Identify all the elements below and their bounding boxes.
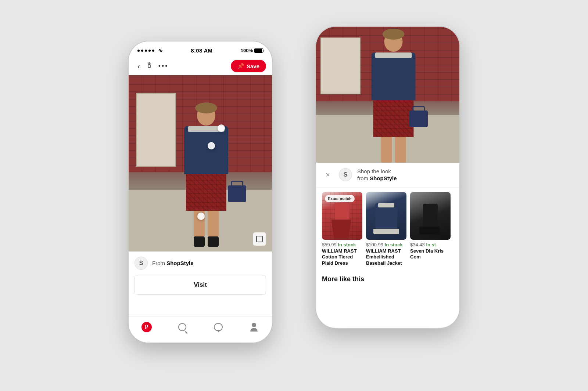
product-image-boot (410, 192, 451, 240)
profile-head (252, 323, 256, 327)
boot-sole (419, 227, 440, 235)
share-button[interactable] (143, 60, 155, 72)
left-phone: ∿ 8:08 AM 100% ‹ (129, 41, 272, 343)
profile-body (250, 328, 258, 332)
shop-title-from: from ShopStyle (357, 175, 397, 182)
right-person-head (384, 32, 402, 52)
product-card-dress[interactable]: Exact match $59.99 In stock WILLIAM RAST… (322, 192, 362, 267)
signal-dot-2 (141, 50, 143, 52)
signal-dot-4 (148, 50, 151, 52)
hotspot-dress[interactable] (208, 142, 215, 149)
shop-name-text: ShopStyle (370, 175, 397, 181)
person-jacket (184, 126, 228, 174)
shop-header: × S Shop the look from ShopStyle (316, 163, 459, 188)
shop-logo: S (339, 168, 352, 181)
product-image-dress: Exact match (322, 192, 362, 240)
signal-dot-5 (152, 50, 154, 52)
right-phone: × S Shop the look from ShopStyle (316, 27, 459, 328)
battery-fill (255, 49, 262, 53)
dress-top (335, 203, 349, 221)
boot-left (194, 236, 205, 247)
boot-right (208, 236, 219, 247)
product-row: Exact match $59.99 In stock WILLIAM RAST… (316, 188, 459, 271)
close-button[interactable]: × (322, 169, 334, 181)
right-person-legs (379, 137, 408, 163)
source-logo: S (135, 257, 148, 270)
jacket-collar (378, 203, 394, 207)
boot-shape (419, 204, 441, 237)
more-button[interactable]: ••• (155, 61, 172, 72)
signal-dot-1 (137, 50, 140, 52)
jacket-shape (373, 203, 399, 240)
home-icon: P (141, 322, 152, 332)
search-icon (177, 322, 187, 332)
profile-icon (249, 322, 259, 332)
dress-shape (331, 203, 353, 240)
right-person-bag (409, 111, 428, 127)
save-label: Save (247, 63, 259, 69)
more-like-this: More like this (316, 271, 459, 286)
person-head (197, 105, 215, 126)
shop-title-text: Shop the look (357, 168, 397, 175)
visit-button[interactable]: Visit (135, 275, 266, 295)
product-price-dress: $59.99 In stock (322, 242, 362, 247)
nav-search[interactable] (173, 321, 192, 334)
from-text: From (152, 260, 165, 266)
right-leg-right (395, 137, 406, 163)
product-card-boot[interactable]: $34.43 In st Seven Dia Kris Com (410, 192, 451, 267)
door-area (136, 93, 176, 167)
source-text: From ShopStyle (152, 260, 194, 266)
dress-bottom (331, 220, 351, 240)
svg-rect-0 (148, 65, 150, 68)
wifi-icon: ∿ (158, 47, 163, 54)
hotspot-jacket[interactable] (218, 124, 225, 132)
product-price-boot: $34.43 In st (410, 242, 451, 247)
profile-avatar (250, 323, 258, 332)
person-bag (228, 185, 246, 202)
person-figure (177, 105, 236, 230)
shop-panel: × S Shop the look from ShopStyle (316, 163, 459, 286)
product-price-jacket: $100.99 In stock (366, 242, 406, 247)
chat-bubble (214, 323, 223, 331)
signal-dot-3 (145, 50, 147, 52)
nav-home[interactable]: P (137, 321, 156, 334)
battery-icon (254, 48, 263, 53)
share-icon (146, 62, 153, 69)
person-legs (191, 211, 221, 236)
nav-profile[interactable] (244, 321, 263, 334)
right-person-jacket (371, 53, 415, 100)
signal-area: ∿ (137, 47, 163, 54)
right-door-area (320, 37, 361, 94)
bottom-nav-left: P (129, 316, 272, 343)
boot-shaft (423, 204, 438, 226)
leg-right (208, 211, 219, 236)
nav-chat[interactable] (209, 321, 228, 334)
status-bar-left: ∿ 8:08 AM 100% (129, 41, 272, 58)
right-fashion-scene (316, 27, 459, 163)
pin-icon: 📌 (237, 63, 244, 69)
source-info: S From ShopStyle (129, 251, 272, 275)
jacket-cuffs (373, 229, 399, 234)
crop-button[interactable] (253, 232, 266, 246)
person-dress (186, 174, 226, 211)
exact-match-badge: Exact match (325, 195, 355, 202)
product-card-jacket[interactable]: $100.99 In stock WILLIAM RAST Embellishe… (366, 192, 406, 267)
jacket-body (375, 203, 397, 229)
product-name-boot: Seven Dia Kris Com (410, 248, 451, 261)
shop-name: ShopStyle (166, 260, 193, 266)
save-button[interactable]: 📌 Save (231, 60, 266, 72)
shop-title: Shop the look from ShopStyle (357, 168, 397, 182)
battery-area: 100% (241, 48, 263, 53)
back-button[interactable]: ‹ (135, 61, 143, 72)
nav-bar-left: ‹ ••• 📌 Save (129, 58, 272, 75)
product-name-jacket: WILLIAM RAST Embellished Baseball Jacket (366, 248, 406, 267)
right-person-dress (373, 100, 413, 137)
battery-percent: 100% (241, 48, 253, 53)
search-circle (178, 323, 186, 331)
fashion-scene (129, 75, 272, 251)
pin-image (129, 75, 272, 251)
right-leg-left (381, 137, 392, 163)
right-person-figure (366, 32, 421, 149)
hotspot-bag[interactable] (197, 213, 205, 220)
chat-icon (213, 322, 223, 332)
